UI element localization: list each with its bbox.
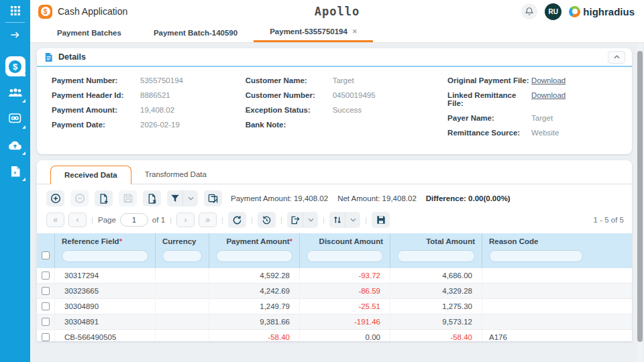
tab-close-icon[interactable]: ✕	[352, 28, 358, 35]
sidebar-expand-button[interactable]	[0, 24, 30, 46]
dollar-glyph: $	[41, 7, 50, 16]
filter-split-button	[167, 190, 198, 206]
filter-input-total-amount[interactable]	[397, 250, 475, 262]
notifications-button[interactable]	[521, 3, 537, 19]
history-button[interactable]	[258, 212, 276, 228]
tab-payment-batches[interactable]: Payment Batches	[41, 23, 138, 42]
cell-discount-amount[interactable]: -25.51	[300, 299, 390, 314]
add-row-button[interactable]	[46, 190, 64, 206]
field-label: Payment Number:	[52, 76, 140, 84]
cell-discount-amount[interactable]: -93.72	[300, 268, 390, 283]
row-checkbox[interactable]	[42, 333, 50, 341]
cell-currency[interactable]	[156, 284, 209, 298]
cell-reference[interactable]: 30323665	[55, 284, 156, 298]
cell-discount-amount[interactable]: -191.46	[300, 314, 390, 329]
export-icon	[290, 215, 300, 225]
tab-payment-5355750194[interactable]: Payment-5355750194 ✕	[254, 23, 373, 42]
cell-payment-amount[interactable]: 9,381.66	[209, 314, 300, 329]
cell-payment-amount[interactable]: 4,592.28	[209, 268, 300, 283]
copy-row-button[interactable]	[95, 190, 113, 206]
export-button[interactable]	[287, 212, 303, 228]
sort-button[interactable]	[329, 212, 345, 228]
cell-reference[interactable]: CB-566490505	[55, 330, 156, 341]
column-header-currency[interactable]: Currency	[156, 233, 209, 268]
cell-total-amount[interactable]: 1,275.30	[390, 299, 482, 314]
row-checkbox[interactable]	[42, 318, 50, 326]
cell-discount-amount[interactable]: 0.00	[300, 330, 390, 341]
prev-page-button[interactable]: ‹	[68, 213, 87, 227]
cell-reason-code[interactable]	[482, 284, 632, 298]
scrollbar-thumb[interactable]	[637, 51, 643, 342]
filter-input-discount-amount[interactable]	[307, 250, 383, 262]
cell-total-amount[interactable]: 4,329.28	[390, 284, 482, 298]
first-page-button[interactable]: «	[46, 213, 64, 227]
dollar-coin-icon: $	[9, 60, 21, 73]
cell-total-amount[interactable]: -58.40	[390, 330, 482, 341]
sidebar-item-customers[interactable]	[4, 82, 27, 103]
app-launcher-grid-icon	[11, 6, 20, 15]
next-page-button[interactable]: ›	[176, 213, 195, 227]
download-remittance-file-link[interactable]: Download	[531, 91, 566, 107]
table-row: 30317294 4,592.28 -93.72 4,686.00	[37, 268, 632, 284]
cell-reason-code[interactable]: A176	[482, 330, 632, 341]
remove-row-button[interactable]	[70, 190, 89, 206]
cell-currency[interactable]	[156, 314, 209, 329]
refresh-button[interactable]	[228, 212, 246, 228]
cell-payment-amount[interactable]: -58.40	[209, 330, 300, 341]
save-grid-button[interactable]	[372, 212, 390, 228]
user-avatar[interactable]: RU	[545, 3, 561, 20]
sidebar-item-cash-application[interactable]: $	[4, 56, 27, 76]
sidebar-item-documents[interactable]	[4, 161, 27, 181]
row-checkbox[interactable]	[42, 287, 50, 295]
cell-payment-amount[interactable]: 1,249.79	[209, 299, 300, 314]
cell-reference[interactable]: 30317294	[55, 268, 156, 283]
column-header-total-amount[interactable]: Total Amount	[390, 233, 482, 268]
column-header-discount-amount[interactable]: Discount Amount	[300, 233, 390, 268]
row-checkbox[interactable]	[42, 302, 50, 310]
cell-reason-code[interactable]	[482, 268, 632, 283]
cell-total-amount[interactable]: 4,686.00	[390, 268, 482, 283]
tab-received-data[interactable]: Received Data	[50, 166, 131, 184]
sort-dropdown-button[interactable]	[345, 212, 360, 228]
sidebar-item-linked-data[interactable]	[4, 109, 27, 129]
column-header-reason-code[interactable]: Reason Code	[482, 233, 632, 268]
cell-reference[interactable]: 30304890	[55, 299, 156, 314]
sidebar: $	[0, 0, 30, 362]
last-page-button[interactable]: »	[199, 213, 217, 227]
details-panel-header: Details	[37, 48, 632, 67]
bulk-edit-button[interactable]	[204, 190, 222, 206]
remove-file-button[interactable]	[143, 190, 161, 206]
cell-reason-code[interactable]	[482, 314, 632, 329]
arrow-right-icon	[10, 31, 20, 39]
cell-payment-amount[interactable]: 4,242.69	[209, 284, 300, 298]
tab-payment-batch-140590[interactable]: Payment Batch-140590	[138, 23, 254, 42]
column-header-reference-field[interactable]: Reference Field*	[55, 233, 156, 268]
cell-currency[interactable]	[156, 299, 209, 314]
cell-currency[interactable]	[156, 268, 209, 283]
app-launcher-button[interactable]	[0, 0, 30, 21]
filter-dropdown-button[interactable]	[182, 190, 198, 206]
filter-input-payment-amount[interactable]	[216, 250, 292, 262]
sidebar-item-upload[interactable]	[4, 135, 27, 155]
save-row-button[interactable]	[119, 190, 137, 206]
copy-edit-icon	[208, 194, 218, 204]
filter-input-reference-field[interactable]	[62, 250, 148, 262]
filter-input-currency[interactable]	[162, 250, 202, 262]
cell-currency[interactable]	[156, 330, 209, 341]
cell-reason-code[interactable]	[482, 299, 632, 314]
details-collapse-button[interactable]	[608, 51, 625, 64]
row-checkbox[interactable]	[42, 272, 50, 280]
cell-discount-amount[interactable]: -86.59	[300, 284, 390, 298]
circle-minus-icon	[74, 193, 85, 204]
cell-total-amount[interactable]: 9,573.12	[390, 314, 482, 329]
field-label: Payment Header Id:	[52, 91, 140, 99]
export-dropdown-button[interactable]	[303, 212, 318, 228]
cell-reference[interactable]: 30304891	[55, 314, 156, 329]
filter-button[interactable]	[167, 190, 182, 206]
select-all-checkbox[interactable]	[42, 251, 50, 259]
download-payment-file-link[interactable]: Download	[531, 76, 566, 84]
page-number-input[interactable]	[120, 213, 148, 227]
filter-input-reason-code[interactable]	[489, 250, 583, 262]
tab-transformed-data[interactable]: Transformed Data	[131, 166, 220, 184]
column-header-payment-amount[interactable]: Payment Amount*	[209, 233, 300, 268]
